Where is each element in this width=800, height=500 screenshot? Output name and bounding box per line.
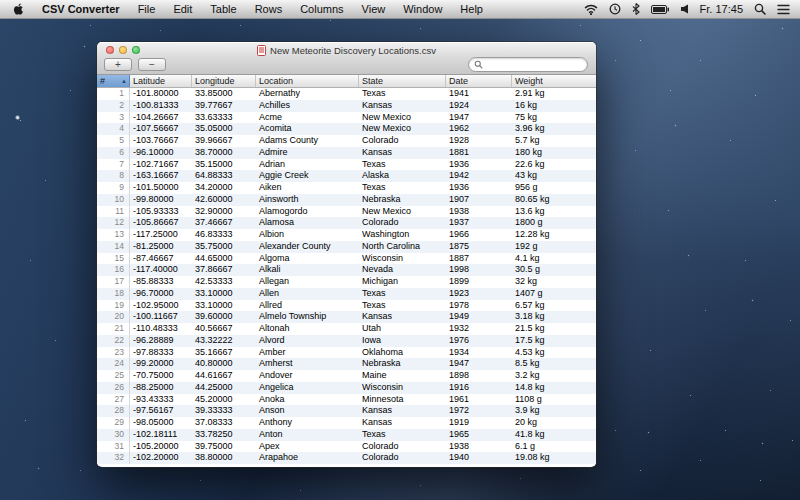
row-number[interactable]: 7: [97, 159, 130, 171]
table-cell[interactable]: 1976: [446, 335, 512, 347]
table-cell[interactable]: Kansas: [359, 417, 446, 429]
menu-rows[interactable]: Rows: [246, 3, 292, 15]
table-cell[interactable]: Adams County: [256, 135, 359, 147]
row-number[interactable]: 22: [97, 335, 130, 347]
table-cell[interactable]: -99.20000: [130, 358, 192, 370]
table-cell[interactable]: -85.88333: [130, 276, 192, 288]
table-cell[interactable]: 43 kg: [512, 170, 596, 182]
table-cell[interactable]: 42.60000: [192, 194, 256, 206]
table-row[interactable]: 13-117.2500046.83333AlbionWashington1966…: [97, 229, 596, 241]
row-number[interactable]: 5: [97, 135, 130, 147]
table-row[interactable]: 29-98.0500037.08333AnthonyKansas191920 k…: [97, 417, 596, 429]
table-cell[interactable]: 956 g: [512, 182, 596, 194]
table-cell[interactable]: -81.25000: [130, 241, 192, 253]
table-cell[interactable]: 1898: [446, 370, 512, 382]
table-row[interactable]: 6-96.1000038.70000AdmireKansas1881180 kg: [97, 147, 596, 159]
table-cell[interactable]: Algoma: [256, 253, 359, 265]
table-cell[interactable]: Utah: [359, 323, 446, 335]
table-cell[interactable]: 1936: [446, 159, 512, 171]
table-row[interactable]: 16-117.4000037.86667AlkaliNevada199830.5…: [97, 264, 596, 276]
table-cell[interactable]: 35.05000: [192, 123, 256, 135]
csv-document-icon[interactable]: [257, 45, 266, 56]
table-cell[interactable]: 22.6 kg: [512, 159, 596, 171]
table-cell[interactable]: Washington: [359, 229, 446, 241]
table-cell[interactable]: Alkali: [256, 264, 359, 276]
table-cell[interactable]: New Mexico: [359, 123, 446, 135]
table-cell[interactable]: 1941: [446, 88, 512, 100]
table-cell[interactable]: Almelo Township: [256, 311, 359, 323]
table-cell[interactable]: 80.65 kg: [512, 194, 596, 206]
table-cell[interactable]: -105.93333: [130, 206, 192, 218]
table-cell[interactable]: 3.18 kg: [512, 311, 596, 323]
table-cell[interactable]: 6.57 kg: [512, 300, 596, 312]
row-number[interactable]: 10: [97, 194, 130, 206]
row-number[interactable]: 23: [97, 347, 130, 359]
table-cell[interactable]: Oklahoma: [359, 347, 446, 359]
table-cell[interactable]: 35.16667: [192, 347, 256, 359]
table-row[interactable]: 30-102.1811133.78250AntonTexas196541.8 k…: [97, 429, 596, 441]
row-number[interactable]: 2: [97, 100, 130, 112]
row-number[interactable]: 30: [97, 429, 130, 441]
table-cell[interactable]: 44.25000: [192, 382, 256, 394]
table-cell[interactable]: 20 kg: [512, 417, 596, 429]
row-number[interactable]: 16: [97, 264, 130, 276]
table-cell[interactable]: 33.85000: [192, 88, 256, 100]
table-row[interactable]: 15-87.4666744.65000AlgomaWisconsin18874.…: [97, 253, 596, 265]
table-cell[interactable]: 17.5 kg: [512, 335, 596, 347]
table-row[interactable]: 7-102.7166735.15000AdrianTexas193622.6 k…: [97, 159, 596, 171]
table-cell[interactable]: Texas: [359, 429, 446, 441]
row-number[interactable]: 21: [97, 323, 130, 335]
row-number[interactable]: 13: [97, 229, 130, 241]
table-cell[interactable]: 3.9 kg: [512, 405, 596, 417]
table-cell[interactable]: -97.56167: [130, 405, 192, 417]
row-number[interactable]: 19: [97, 300, 130, 312]
table-cell[interactable]: Andover: [256, 370, 359, 382]
row-number[interactable]: 20: [97, 311, 130, 323]
table-row[interactable]: 1-101.8000033.85000AbernathyTexas19412.9…: [97, 88, 596, 100]
table-cell[interactable]: Apex: [256, 441, 359, 453]
table-cell[interactable]: -87.46667: [130, 253, 192, 265]
table-cell[interactable]: Kansas: [359, 147, 446, 159]
row-number[interactable]: 8: [97, 170, 130, 182]
column-header-longitude[interactable]: Longitude: [192, 75, 256, 87]
search-field[interactable]: [468, 57, 588, 72]
row-number[interactable]: 26: [97, 382, 130, 394]
table-cell[interactable]: 1936: [446, 182, 512, 194]
table-row[interactable]: 2-100.8133339.77667AchillesKansas192416 …: [97, 100, 596, 112]
table-cell[interactable]: Abernathy: [256, 88, 359, 100]
table-cell[interactable]: 1881: [446, 147, 512, 159]
table-cell[interactable]: -105.86667: [130, 217, 192, 229]
table-cell[interactable]: Texas: [359, 159, 446, 171]
table-cell[interactable]: Alamogordo: [256, 206, 359, 218]
table-cell[interactable]: 14.8 kg: [512, 382, 596, 394]
column-header-weight[interactable]: Weight: [512, 75, 596, 87]
table-cell[interactable]: 64.88333: [192, 170, 256, 182]
table-cell[interactable]: 4.53 kg: [512, 347, 596, 359]
table-cell[interactable]: Arapahoe: [256, 452, 359, 464]
table-cell[interactable]: Minnesota: [359, 394, 446, 406]
table-cell[interactable]: 1966: [446, 229, 512, 241]
table-row[interactable]: 4-107.5666735.05000AcomitaNew Mexico1962…: [97, 123, 596, 135]
table-cell[interactable]: 1875: [446, 241, 512, 253]
table-cell[interactable]: -93.43333: [130, 394, 192, 406]
table-cell[interactable]: -96.28889: [130, 335, 192, 347]
table-cell[interactable]: 33.10000: [192, 300, 256, 312]
table-cell[interactable]: -101.50000: [130, 182, 192, 194]
table-cell[interactable]: Colorado: [359, 441, 446, 453]
table-cell[interactable]: -163.16667: [130, 170, 192, 182]
table-cell[interactable]: Michigan: [359, 276, 446, 288]
table-row[interactable]: 5-103.7666739.96667Adams CountyColorado1…: [97, 135, 596, 147]
table-cell[interactable]: 43.32222: [192, 335, 256, 347]
table-cell[interactable]: 75 kg: [512, 112, 596, 124]
table-row[interactable]: 19-102.9500033.10000AllredTexas19786.57 …: [97, 300, 596, 312]
row-number[interactable]: 9: [97, 182, 130, 194]
spotlight-icon[interactable]: [754, 3, 766, 15]
table-row[interactable]: 31-105.2000039.75000ApexColorado19386.1 …: [97, 441, 596, 453]
table-cell[interactable]: Alaska: [359, 170, 446, 182]
table-row[interactable]: 26-88.2500044.25000AngelicaWisconsin1916…: [97, 382, 596, 394]
table-cell[interactable]: 6.1 g: [512, 441, 596, 453]
table-cell[interactable]: Wisconsin: [359, 253, 446, 265]
table-cell[interactable]: 1938: [446, 441, 512, 453]
table-cell[interactable]: -102.95000: [130, 300, 192, 312]
table-cell[interactable]: 12.28 kg: [512, 229, 596, 241]
